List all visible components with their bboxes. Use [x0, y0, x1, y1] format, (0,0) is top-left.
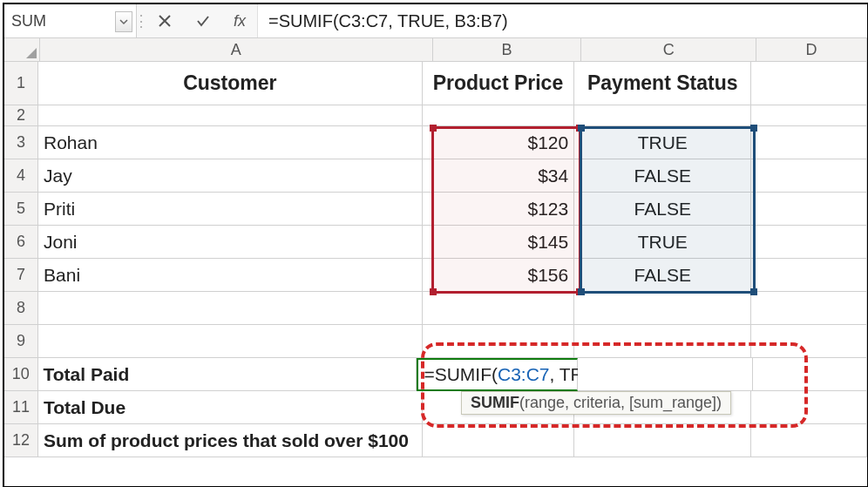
cell-C3[interactable]: TRUE [574, 126, 751, 159]
cell-B3[interactable]: $120 [423, 126, 575, 159]
cell-B1[interactable]: Product Price [423, 62, 575, 105]
cell-B5[interactable]: $123 [423, 193, 575, 226]
cell-A8[interactable] [38, 292, 423, 325]
cell-D3[interactable] [751, 126, 867, 159]
cell-text: Priti [44, 199, 75, 220]
formula-input[interactable]: =SUMIF(C3:C7, TRUE, B3:B7) [257, 4, 867, 37]
cell-text: Joni [44, 232, 78, 253]
cell-D4[interactable] [751, 159, 867, 193]
enter-button[interactable] [184, 4, 222, 37]
cell-D7[interactable] [751, 259, 867, 292]
cell-D12[interactable] [751, 424, 867, 457]
col-header-D[interactable]: D [756, 38, 867, 61]
cell-D5[interactable] [751, 193, 867, 226]
table-row: 2 [4, 105, 867, 126]
row-header[interactable]: 12 [4, 424, 38, 457]
cell-text: Customer [183, 71, 276, 95]
row-header[interactable]: 9 [4, 325, 38, 358]
cell-D11[interactable] [751, 391, 867, 424]
cell-D6[interactable] [751, 226, 867, 259]
cell-A2[interactable] [38, 105, 423, 126]
row-header[interactable]: 5 [4, 193, 38, 226]
cell-A5[interactable]: Priti [38, 193, 423, 226]
fx-label: fx [234, 12, 246, 30]
check-icon [195, 13, 211, 29]
cell-D8[interactable] [751, 292, 867, 325]
cell-B12[interactable] [423, 424, 575, 457]
cell-text: $145 [527, 232, 568, 253]
row-header[interactable]: 3 [4, 126, 38, 159]
cell-B4[interactable]: $34 [423, 159, 575, 193]
cell-D9[interactable] [751, 325, 867, 358]
cell-C10[interactable] [578, 358, 753, 391]
function-tooltip: SUMIF(range, criteria, [sum_range]) [461, 391, 731, 415]
cell-text: $120 [527, 132, 568, 153]
cell-C8[interactable] [574, 292, 751, 325]
name-box[interactable]: SUM [4, 4, 137, 37]
cell-C6[interactable]: TRUE [574, 226, 751, 259]
cell-text: Total Due [44, 397, 125, 418]
cell-A3[interactable]: Rohan [38, 126, 423, 159]
cell-A11[interactable]: Total Due [38, 391, 423, 424]
cell-A1[interactable]: Customer [38, 62, 423, 105]
cell-B8[interactable] [423, 292, 575, 325]
row-header[interactable]: 10 [4, 358, 38, 391]
row-header[interactable]: 8 [4, 292, 38, 325]
table-row: 9 [4, 325, 867, 358]
cell-B10-active[interactable]: =SUMIF(C3:C7, TRUE, B3:B7) [417, 358, 578, 391]
name-box-dropdown[interactable] [115, 11, 132, 32]
worksheet[interactable]: A B C D 1 Customer Product Price Payment… [4, 38, 867, 487]
cell-text: Rohan [44, 132, 98, 153]
cell-C2[interactable] [574, 105, 751, 126]
row-header[interactable]: 1 [4, 62, 38, 105]
col-header-A[interactable]: A [40, 38, 433, 61]
cell-D10[interactable] [753, 358, 867, 391]
cell-B2[interactable] [423, 105, 575, 126]
cell-D2[interactable] [751, 105, 867, 126]
table-row: 1 Customer Product Price Payment Status [4, 62, 867, 105]
cell-C5[interactable]: FALSE [574, 193, 751, 226]
cell-B7[interactable]: $156 [423, 259, 575, 292]
cell-D1[interactable] [751, 62, 867, 105]
select-all-triangle[interactable] [4, 38, 40, 61]
cancel-button[interactable] [146, 4, 184, 37]
name-box-value: SUM [11, 12, 46, 30]
table-row: 4 Jay $34 FALSE [4, 159, 867, 193]
cell-text: TRUE [638, 132, 688, 153]
cell-B6[interactable]: $145 [423, 226, 575, 259]
cell-A9[interactable] [38, 325, 423, 358]
col-header-C[interactable]: C [581, 38, 756, 61]
row-header[interactable]: 11 [4, 391, 38, 424]
insert-function-button[interactable]: fx [222, 4, 257, 37]
cell-C4[interactable]: FALSE [574, 159, 751, 193]
formula-bar: SUM ⋮ fx =SUMIF(C3:C7, TRUE, B3:B7) [4, 4, 867, 38]
cell-A7[interactable]: Bani [38, 259, 423, 292]
row-header[interactable]: 2 [4, 105, 38, 126]
tooltip-signature: (range, criteria, [sum_range]) [519, 394, 722, 411]
row-header[interactable]: 7 [4, 259, 38, 292]
chevron-down-icon [119, 17, 128, 26]
cell-A12[interactable]: Sum of product prices that sold over $10… [38, 424, 423, 457]
cell-text: Bani [44, 265, 80, 286]
table-row: 8 [4, 292, 867, 325]
cell-text: Product Price [433, 71, 564, 95]
cell-A6[interactable]: Joni [38, 226, 423, 259]
grid-rows: 1 Customer Product Price Payment Status … [4, 62, 867, 457]
col-header-B[interactable]: B [433, 38, 582, 61]
cell-text: $156 [527, 265, 568, 286]
cell-C9[interactable] [574, 325, 751, 358]
cell-text: TRUE [638, 232, 688, 253]
cell-B9[interactable] [423, 325, 575, 358]
cell-C12[interactable] [574, 424, 751, 457]
cell-text: FALSE [634, 265, 691, 286]
row-header[interactable]: 6 [4, 226, 38, 259]
table-row: 7 Bani $156 FALSE [4, 259, 867, 292]
cell-A10[interactable]: Total Paid [38, 358, 417, 391]
cell-text: Payment Status [587, 71, 738, 95]
formula-text: =SUMIF(C3:C7, TRUE, B3:B7) [268, 11, 508, 31]
row-header[interactable]: 4 [4, 159, 38, 193]
cell-C1[interactable]: Payment Status [574, 62, 751, 105]
separator: ⋮ [137, 4, 146, 37]
cell-A4[interactable]: Jay [38, 159, 423, 193]
cell-C7[interactable]: FALSE [574, 259, 751, 292]
